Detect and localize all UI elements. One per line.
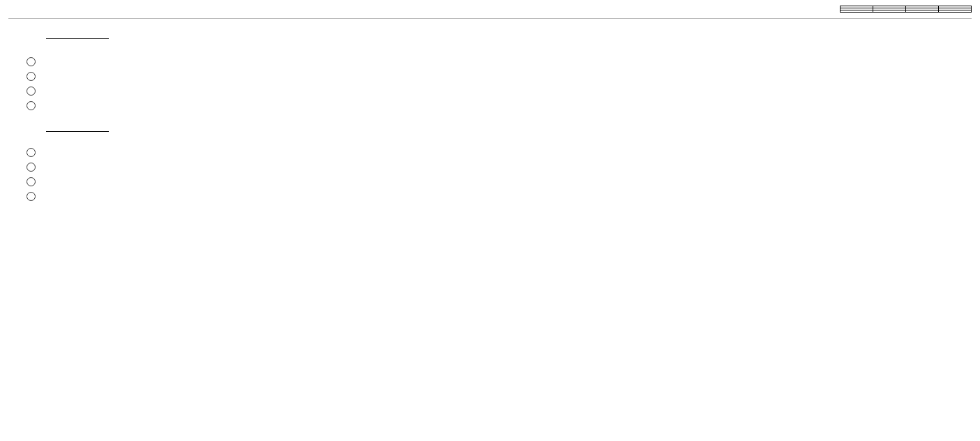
cell-y2-x1 [873, 10, 906, 13]
radio-icon[interactable] [27, 177, 36, 186]
reject-choice-d[interactable] [24, 190, 972, 201]
part-b [24, 56, 972, 110]
radio-icon[interactable] [27, 192, 36, 201]
hypothesis-choice-b[interactable] [24, 70, 972, 81]
reject-choice-b[interactable] [24, 161, 972, 172]
cell-y2-x2 [906, 10, 939, 13]
radio-icon[interactable] [27, 163, 36, 172]
reject-choice-c[interactable] [24, 176, 972, 186]
chi-square-line [24, 29, 972, 43]
radio-icon[interactable] [27, 87, 36, 96]
radio-icon[interactable] [27, 148, 36, 157]
reject-section [24, 147, 972, 201]
hypothesis-choice-d[interactable] [24, 100, 972, 110]
hypothesis-choice-c[interactable] [24, 85, 972, 96]
pvalue-line [24, 121, 972, 134]
pvalue-section [24, 121, 972, 134]
data-table [840, 6, 972, 13]
chi-square-input[interactable] [46, 29, 109, 39]
part-a [24, 29, 972, 43]
question-body [8, 29, 972, 201]
radio-icon[interactable] [27, 72, 36, 81]
pvalue-input[interactable] [46, 121, 109, 132]
question-header [8, 6, 972, 19]
hypothesis-choice-a[interactable] [24, 56, 972, 66]
reject-choice-a[interactable] [24, 147, 972, 157]
radio-icon[interactable] [27, 57, 36, 66]
radio-icon[interactable] [27, 101, 36, 110]
row-header-y2 [840, 10, 873, 13]
cell-y2-x3 [939, 10, 972, 13]
